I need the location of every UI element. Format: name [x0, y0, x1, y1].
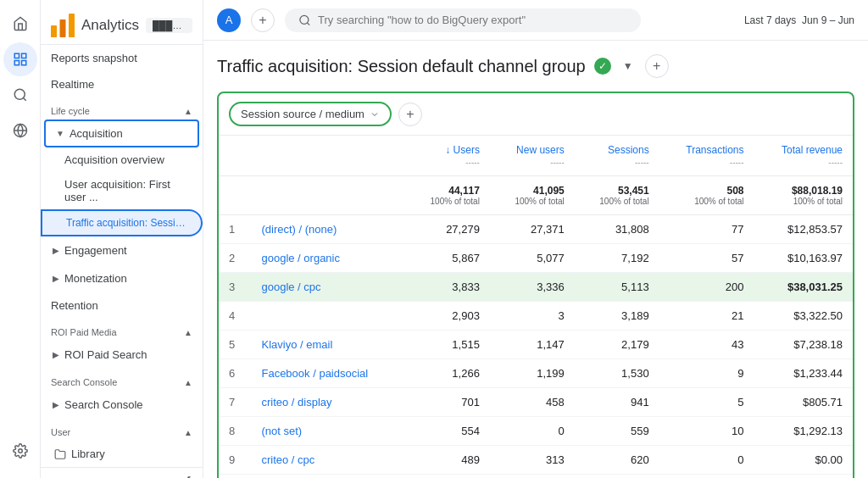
- row-users: 2,903: [405, 302, 490, 331]
- svg-rect-0: [14, 53, 19, 58]
- row-new-users: 3: [490, 302, 575, 331]
- user-section[interactable]: User ▲: [41, 419, 203, 441]
- col-num: [219, 136, 251, 176]
- row-source[interactable]: google / organic: [251, 244, 405, 273]
- table-row: 9 criteo / cpc 489 313 620 0 $0.00: [219, 446, 853, 475]
- row-num: 10: [219, 475, 251, 479]
- row-transactions: 57: [659, 244, 754, 273]
- main-table-container: Session source / medium + ↓ Users -----: [217, 92, 854, 478]
- row-sessions: 3,189: [575, 302, 659, 331]
- col-users[interactable]: ↓ Users -----: [405, 136, 490, 176]
- sidebar-item-engagement[interactable]: ▶ Engagement: [41, 236, 203, 264]
- row-source[interactable]: criteo / display: [251, 388, 405, 417]
- date-range[interactable]: Last 7 days Jun 9 – Jun: [744, 14, 854, 26]
- row-sessions: 625: [575, 475, 659, 479]
- roi-paid-media-section[interactable]: ROI Paid Media ▲: [41, 319, 203, 341]
- totals-label: [251, 176, 405, 215]
- row-revenue: $1,233.44: [754, 359, 854, 388]
- table-row: 7 criteo / display 701 458 941 5 $805.71: [219, 388, 853, 417]
- col-sessions[interactable]: Sessions -----: [575, 136, 659, 176]
- add-view-btn[interactable]: +: [645, 54, 669, 78]
- sidebar-item-library[interactable]: Library: [41, 441, 203, 467]
- col-transactions[interactable]: Transactions -----: [659, 136, 754, 176]
- explore-icon-btn[interactable]: [3, 78, 37, 112]
- lifecycle-chevron: ▲: [184, 107, 192, 116]
- row-num: 6: [219, 359, 251, 388]
- home-icon-btn[interactable]: [3, 7, 37, 41]
- filter-dropdown-icon: [370, 109, 380, 119]
- content-area: Traffic acquisition: Session default cha…: [203, 41, 868, 478]
- sidebar-item-user-acquisition[interactable]: User acquisition: First user ...: [41, 172, 203, 209]
- row-sessions: 559: [575, 417, 659, 446]
- row-sessions: 1,530: [575, 359, 659, 388]
- col-revenue[interactable]: Total revenue -----: [754, 136, 854, 176]
- col-new-users[interactable]: New users -----: [490, 136, 575, 176]
- row-num: 9: [219, 446, 251, 475]
- row-num: 1: [219, 215, 251, 244]
- row-new-users: 27,371: [490, 215, 575, 244]
- acquisition-expand-icon: ▼: [56, 129, 64, 138]
- row-sessions: 2,179: [575, 331, 659, 359]
- sidebar-item-search-console1[interactable]: ▶ Search Console: [41, 391, 203, 419]
- lifecycle-section[interactable]: Life cycle ▲: [41, 97, 203, 119]
- reports-icon-btn[interactable]: [3, 42, 37, 76]
- engagement-expand-icon: ▶: [53, 246, 59, 255]
- row-source[interactable]: bing / cpc: [251, 475, 405, 479]
- sidebar-item-acquisition-overview[interactable]: Acquisition overview: [41, 147, 203, 172]
- row-users: 27,279: [405, 215, 490, 244]
- row-users: 3,833: [405, 273, 490, 302]
- row-source[interactable]: Facebook / paidsocial: [251, 359, 405, 388]
- row-users: 1,515: [405, 331, 490, 359]
- svg-line-5: [23, 97, 25, 100]
- roi-chevron: ▲: [184, 328, 192, 337]
- row-sessions: 620: [575, 446, 659, 475]
- table-row: 2 google / organic 5,867 5,077 7,192 57 …: [219, 244, 853, 273]
- icon-sidebar: [0, 0, 41, 478]
- row-num: 4: [219, 302, 251, 331]
- row-revenue: $12,853.57: [754, 215, 854, 244]
- table-row: 1 (direct) / (none) 27,279 27,371 31,808…: [219, 215, 853, 244]
- sidebar-item-traffic-acquisition[interactable]: Traffic acquisition: Session...: [41, 209, 203, 236]
- totals-transactions: 508 100% of total: [659, 176, 754, 215]
- row-revenue: $0.00: [754, 446, 854, 475]
- search-input[interactable]: [318, 14, 627, 26]
- monetization-expand-icon: ▶: [53, 274, 59, 283]
- sc-chevron: ▲: [184, 378, 192, 387]
- add-filter-btn[interactable]: +: [398, 103, 422, 126]
- row-source[interactable]: (direct) / (none): [251, 215, 405, 244]
- svg-rect-1: [21, 53, 25, 58]
- sidebar-item-monetization[interactable]: ▶ Monetization: [41, 264, 203, 292]
- table-row: 5 Klaviyo / email 1,515 1,147 2,179 43 $…: [219, 331, 853, 359]
- user-avatar[interactable]: A: [217, 8, 241, 32]
- table-row: 4 2,903 3 3,189 21 $3,322.50: [219, 302, 853, 331]
- sidebar-item-roi-paid-search[interactable]: ▶ ROI Paid Search: [41, 341, 203, 369]
- row-users: 701: [405, 388, 490, 417]
- sidebar-item-realtime[interactable]: Realtime: [41, 71, 203, 97]
- sidebar-item-acquisition[interactable]: ▼ Acquisition: [44, 119, 199, 147]
- collapse-nav-btn[interactable]: ❮: [183, 475, 192, 478]
- row-source[interactable]: criteo / cpc: [251, 446, 405, 475]
- settings-icon-btn[interactable]: [3, 434, 37, 468]
- advertising-icon-btn[interactable]: [3, 114, 37, 147]
- sidebar-item-reports-snapshot[interactable]: Reports snapshot: [41, 45, 203, 71]
- filter-chip-session-source[interactable]: Session source / medium: [229, 102, 392, 126]
- row-transactions: 0: [659, 446, 754, 475]
- table-totals-row: 44,117 100% of total 41,095 100% of tota…: [219, 176, 853, 215]
- title-dropdown-btn[interactable]: ▼: [620, 58, 637, 75]
- sidebar-item-retention[interactable]: Retention: [41, 292, 203, 319]
- add-comparison-btn[interactable]: +: [251, 8, 275, 32]
- row-new-users: 1,199: [490, 359, 575, 388]
- search-console-section[interactable]: Search Console ▲: [41, 369, 203, 391]
- search-bar[interactable]: [285, 8, 641, 32]
- row-source[interactable]: google / cpc: [251, 273, 405, 302]
- account-selector[interactable]: ████████████████: [146, 18, 192, 33]
- row-source[interactable]: [251, 302, 405, 331]
- row-new-users: 5,077: [490, 244, 575, 273]
- row-transactions: 5: [659, 388, 754, 417]
- row-source[interactable]: Klaviyo / email: [251, 331, 405, 359]
- row-source[interactable]: (not set): [251, 417, 405, 446]
- table-row: 3 google / cpc 3,833 3,336 5,113 200 $38…: [219, 273, 853, 302]
- row-transactions: 77: [659, 215, 754, 244]
- row-new-users: 1,147: [490, 331, 575, 359]
- row-revenue: $3,322.50: [754, 302, 854, 331]
